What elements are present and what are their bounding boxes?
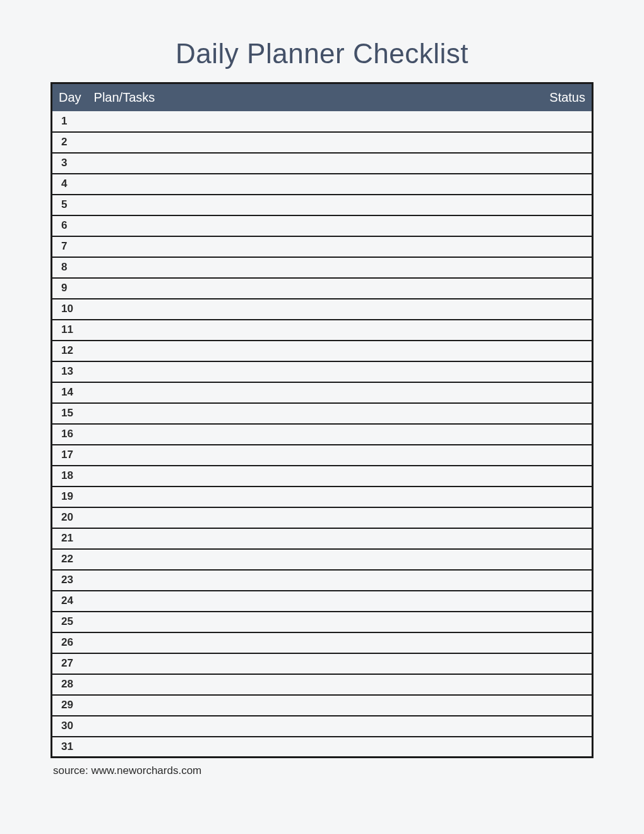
cell-status [536, 195, 593, 215]
table-row: 19 [52, 486, 593, 507]
cell-day: 19 [52, 486, 88, 507]
cell-plan [88, 445, 536, 466]
cell-status [536, 153, 593, 174]
table-row: 1 [52, 111, 593, 132]
cell-status [536, 341, 593, 361]
header-status: Status [536, 83, 593, 111]
cell-status [536, 591, 593, 612]
table-row: 8 [52, 257, 593, 278]
table-row: 21 [52, 528, 593, 549]
cell-plan [88, 424, 536, 445]
cell-status [536, 549, 593, 570]
cell-status [536, 236, 593, 257]
cell-plan [88, 716, 536, 737]
cell-day: 25 [52, 612, 88, 632]
header-day: Day [52, 83, 88, 111]
cell-status [536, 737, 593, 758]
cell-plan [88, 695, 536, 716]
cell-plan [88, 278, 536, 299]
table-row: 30 [52, 716, 593, 737]
cell-status [536, 507, 593, 528]
cell-plan [88, 591, 536, 612]
cell-day: 22 [52, 549, 88, 570]
cell-plan [88, 174, 536, 195]
cell-status [536, 570, 593, 591]
cell-day: 5 [52, 195, 88, 215]
cell-plan [88, 153, 536, 174]
cell-day: 18 [52, 466, 88, 486]
table-row: 7 [52, 236, 593, 257]
cell-status [536, 174, 593, 195]
cell-plan [88, 653, 536, 674]
cell-status [536, 278, 593, 299]
table-row: 9 [52, 278, 593, 299]
cell-plan [88, 528, 536, 549]
cell-day: 28 [52, 674, 88, 695]
cell-status [536, 653, 593, 674]
cell-plan [88, 299, 536, 320]
cell-day: 7 [52, 236, 88, 257]
cell-day: 9 [52, 278, 88, 299]
cell-day: 4 [52, 174, 88, 195]
cell-status [536, 320, 593, 341]
cell-status [536, 257, 593, 278]
cell-plan [88, 320, 536, 341]
cell-plan [88, 570, 536, 591]
table-row: 2 [52, 132, 593, 153]
cell-status [536, 466, 593, 486]
table-row: 4 [52, 174, 593, 195]
cell-day: 6 [52, 215, 88, 236]
cell-status [536, 445, 593, 466]
table-row: 14 [52, 382, 593, 403]
cell-day: 29 [52, 695, 88, 716]
cell-plan [88, 111, 536, 132]
cell-day: 15 [52, 403, 88, 424]
cell-plan [88, 632, 536, 653]
table-row: 5 [52, 195, 593, 215]
cell-day: 3 [52, 153, 88, 174]
table-row: 25 [52, 612, 593, 632]
table-header-row: Day Plan/Tasks Status [52, 83, 593, 111]
table-row: 28 [52, 674, 593, 695]
cell-day: 31 [52, 737, 88, 758]
cell-day: 20 [52, 507, 88, 528]
table-row: 22 [52, 549, 593, 570]
planner-table: Day Plan/Tasks Status 123456789101112131… [51, 82, 593, 758]
cell-plan [88, 132, 536, 153]
cell-plan [88, 215, 536, 236]
cell-plan [88, 486, 536, 507]
cell-plan [88, 549, 536, 570]
cell-plan [88, 257, 536, 278]
cell-status [536, 215, 593, 236]
cell-status [536, 299, 593, 320]
table-row: 10 [52, 299, 593, 320]
table-row: 23 [52, 570, 593, 591]
table-row: 29 [52, 695, 593, 716]
table-row: 16 [52, 424, 593, 445]
cell-status [536, 486, 593, 507]
cell-day: 23 [52, 570, 88, 591]
cell-day: 16 [52, 424, 88, 445]
table-row: 31 [52, 737, 593, 758]
table-row: 6 [52, 215, 593, 236]
cell-day: 12 [52, 341, 88, 361]
cell-plan [88, 737, 536, 758]
cell-plan [88, 195, 536, 215]
cell-status [536, 424, 593, 445]
cell-status [536, 612, 593, 632]
source-text: source: www.neworchards.com [51, 764, 593, 777]
cell-status [536, 403, 593, 424]
table-row: 26 [52, 632, 593, 653]
cell-plan [88, 341, 536, 361]
cell-status [536, 674, 593, 695]
table-row: 3 [52, 153, 593, 174]
cell-status [536, 716, 593, 737]
cell-day: 13 [52, 361, 88, 382]
cell-plan [88, 466, 536, 486]
table-row: 17 [52, 445, 593, 466]
cell-status [536, 528, 593, 549]
table-row: 18 [52, 466, 593, 486]
table-row: 12 [52, 341, 593, 361]
table-row: 11 [52, 320, 593, 341]
cell-day: 21 [52, 528, 88, 549]
